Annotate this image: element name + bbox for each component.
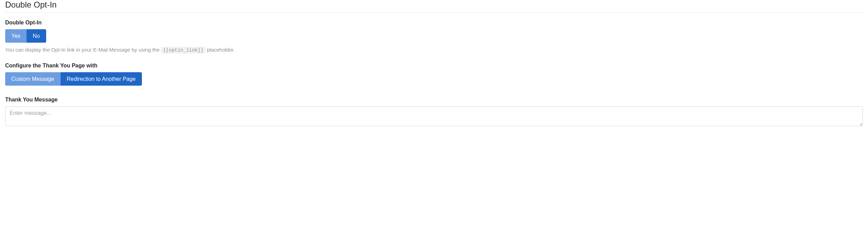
opt-in-yes-button[interactable]: Yes [5,29,27,43]
opt-in-toggle-group: Yes No [5,29,46,43]
thank-you-message-input[interactable] [5,106,863,126]
custom-message-button[interactable]: Custom Message [5,72,61,86]
thank-you-message-field: Thank You Message [5,97,863,128]
double-opt-in-field: Double Opt-In Yes No You can display the… [5,20,863,53]
redirection-button[interactable]: Redirection to Another Page [61,72,142,86]
thank-you-message-label: Thank You Message [5,97,863,103]
thank-you-config-label: Configure the Thank You Page with [5,63,863,69]
help-text-post: placeholder. [206,47,235,53]
help-text-code: {{optin_link}} [161,47,206,54]
thank-you-config-field: Configure the Thank You Page with Custom… [5,63,863,90]
thank-you-toggle-group: Custom Message Redirection to Another Pa… [5,72,142,86]
double-opt-in-label: Double Opt-In [5,20,863,26]
help-text-pre: You can display the Opt-In link in your … [5,47,161,53]
opt-in-help-text: You can display the Opt-In link in your … [5,47,863,53]
section-title: Double Opt-In [5,0,863,13]
opt-in-no-button[interactable]: No [27,29,46,43]
